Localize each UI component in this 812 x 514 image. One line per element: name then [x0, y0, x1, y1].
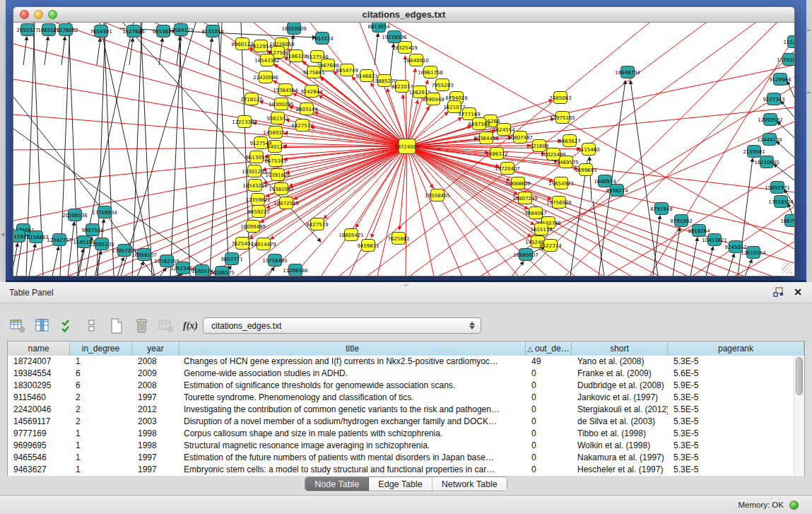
network-node[interactable]: 17016504 — [768, 196, 794, 208]
network-node[interactable]: 11381042 — [269, 183, 294, 195]
network-node[interactable]: 10807487 — [507, 132, 533, 144]
network-node[interactable]: 9463627 — [558, 135, 580, 147]
float-panel-icon[interactable] — [773, 287, 784, 297]
network-node[interactable]: 1112834 — [783, 36, 794, 48]
network-node[interactable]: 19218596 — [382, 31, 407, 43]
column-header-pagerank[interactable]: pagerank — [668, 341, 804, 356]
network-node[interactable]: 2055327 — [16, 24, 38, 36]
right-panel-divider[interactable] — [806, 0, 812, 282]
network-edge-black — [68, 222, 74, 276]
network-node[interactable]: 18325419 — [392, 42, 418, 54]
network-node[interactable]: 621608 — [530, 140, 549, 152]
create-table-icon[interactable] — [106, 316, 126, 336]
svg-text:12505135: 12505135 — [89, 242, 114, 247]
network-node[interactable]: 9242844 — [300, 86, 323, 98]
close-panel-icon[interactable]: ✕ — [794, 287, 802, 297]
network-node[interactable]: 10391826 — [265, 169, 290, 181]
network-node[interactable]: 11208346 — [283, 264, 308, 276]
network-edge-black — [129, 38, 133, 65]
tab-node-table[interactable]: Node Table — [305, 477, 369, 491]
network-canvas[interactable]: 8960123891295418226058912750816543382818… — [13, 23, 794, 276]
network-node[interactable]: 18605421 — [339, 229, 364, 241]
network-node[interactable]: 1867534 — [780, 215, 794, 227]
network-node[interactable]: 9699695 — [575, 164, 596, 176]
network-node[interactable]: 9115460 — [577, 144, 599, 156]
table-row[interactable]: 2242004622012Investigating the contribut… — [8, 404, 804, 416]
memory-status-icon[interactable] — [789, 501, 799, 510]
table-settings-icon[interactable] — [7, 316, 28, 336]
left-panel-resize-handle[interactable]: ◂ — [0, 230, 5, 238]
network-node[interactable]: 16210645 — [754, 156, 779, 168]
zoom-button[interactable] — [48, 10, 57, 19]
network-node[interactable]: 16648794 — [615, 66, 640, 78]
row-pair-icon[interactable] — [81, 316, 102, 336]
network-node[interactable]: 16033809 — [281, 23, 307, 35]
column-header-in-degree[interactable]: in_degree — [70, 341, 132, 356]
network-node[interactable]: 8454749 — [336, 64, 358, 76]
network-node[interactable]: 18640910 — [404, 54, 429, 66]
table-row[interactable]: 1456911722003Disruption of a novel membe… — [8, 416, 804, 428]
network-edge-red — [522, 23, 777, 276]
network-node[interactable]: 8813054 — [367, 23, 390, 33]
table-row[interactable]: 969969511998Structural magnetic resonanc… — [8, 440, 804, 452]
network-node[interactable]: 16543210 — [242, 180, 268, 192]
network-node[interactable]: 15276062 — [53, 24, 78, 36]
network-node[interactable]: 12342757 — [47, 234, 72, 246]
network-node[interactable]: 2159581 — [743, 146, 765, 158]
table-scrollbar[interactable] — [794, 356, 804, 475]
network-node[interactable]: 12975185 — [550, 112, 575, 124]
network-node[interactable]: 16961758 — [418, 66, 443, 78]
table-row[interactable]: 1938455462009Genome-wide association stu… — [8, 368, 804, 380]
network-node[interactable]: 9361532 — [266, 112, 288, 124]
table-row[interactable]: 911546021997Tourette syndrome. Phenomeno… — [8, 392, 804, 404]
network-node[interactable]: 16914479 — [251, 238, 276, 250]
table-row[interactable]: 946554611997Estimation of the future num… — [8, 452, 804, 464]
network-node[interactable]: 19654923 — [548, 177, 574, 189]
network-node[interactable]: 8131054 — [201, 25, 224, 37]
column-header-short[interactable]: short — [572, 341, 668, 356]
cell-year: 2008 — [132, 380, 180, 392]
table-row[interactable]: 977716911998Corpus callosum shape and si… — [8, 428, 804, 440]
select-all-rows-icon[interactable] — [57, 316, 77, 336]
window-titlebar[interactable]: citations_edges.txt — [13, 7, 794, 23]
show-columns-icon[interactable] — [32, 316, 52, 336]
network-node[interactable]: 15751074 — [777, 54, 794, 66]
network-node[interactable]: 6791948 — [650, 203, 672, 215]
svg-text:7386372: 7386372 — [486, 151, 507, 157]
network-node[interactable]: 8427519 — [306, 218, 328, 230]
column-header-name[interactable]: name — [8, 341, 70, 356]
column-header-title[interactable]: title — [180, 341, 526, 356]
cell-in_degree: 2 — [70, 416, 132, 428]
column-header-out-degree[interactable]: △out_de… — [526, 341, 572, 356]
tab-edge-table[interactable]: Edge Table — [369, 477, 432, 491]
network-node[interactable]: 17359934 — [92, 206, 117, 218]
close-button[interactable] — [20, 10, 29, 19]
network-node[interactable]: 10453821 — [702, 234, 727, 246]
network-node[interactable]: 15716485 — [262, 255, 288, 267]
window-resize-grip[interactable] — [782, 263, 792, 274]
network-node[interactable]: 9459222 — [247, 206, 269, 218]
network-node[interactable]: 9857771 — [220, 253, 242, 265]
delete-table-icon[interactable] — [131, 316, 151, 336]
network-node[interactable]: 10688609 — [505, 177, 531, 189]
network-node[interactable]: 7955283 — [431, 79, 453, 91]
table-row[interactable]: 1872400712008Changes of HCN gene express… — [8, 356, 804, 368]
scrollbar-thumb[interactable] — [796, 357, 803, 395]
tab-network-table[interactable]: Network Table — [433, 477, 507, 491]
network-node[interactable]: 16885037 — [513, 249, 539, 261]
table-selector[interactable]: citations_edges.txt — [203, 317, 481, 334]
column-header-year[interactable]: year — [132, 341, 180, 356]
split-handle[interactable]: ▴▾ — [403, 283, 410, 287]
network-node[interactable]: 7654301 — [90, 25, 112, 37]
network-node[interactable]: 15301295 — [242, 165, 267, 177]
minimize-button[interactable] — [34, 10, 43, 19]
function-builder-icon[interactable]: f(x) — [180, 316, 201, 336]
network-node[interactable]: 18300295 — [269, 98, 294, 110]
network-node[interactable]: 19558455 — [425, 189, 450, 201]
network-node[interactable]: 9097548 — [81, 224, 103, 236]
network-node[interactable]: 7857224 — [311, 33, 334, 45]
table-row[interactable]: 946362711997Embryonic stem cells: a mode… — [8, 464, 804, 476]
network-node[interactable]: 8791902 — [670, 215, 692, 227]
table-row[interactable]: 1830029562008Estimation of significance … — [8, 380, 804, 392]
network-node[interactable]: 9459871 — [357, 240, 379, 252]
